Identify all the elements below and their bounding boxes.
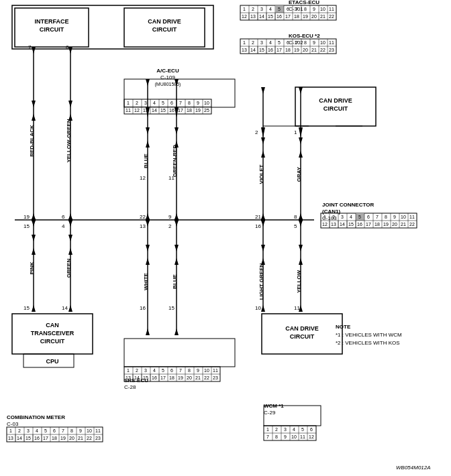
svg-text:8: 8 — [275, 434, 278, 439]
svg-text:CIRCUIT: CIRCUIT — [40, 26, 64, 33]
svg-text:16: 16 — [255, 223, 261, 229]
svg-point-50 — [174, 218, 179, 222]
svg-text:20: 20 — [311, 14, 317, 19]
svg-text:7: 7 — [376, 215, 379, 219]
svg-text:1: 1 — [243, 7, 246, 11]
svg-text:19: 19 — [195, 108, 201, 113]
diagram-svg: 1 2 3 4 5 6 7 8 9 10 11 12 13 14 — [0, 0, 451, 476]
svg-text:2: 2 — [18, 428, 21, 433]
svg-text:9: 9 — [393, 215, 396, 219]
svg-text:4: 4 — [153, 368, 156, 373]
svg-text:18: 18 — [52, 436, 57, 440]
svg-text:1: 1 — [243, 40, 246, 45]
svg-text:CIRCUIT: CIRCUIT — [152, 26, 177, 33]
svg-text:8: 8 — [294, 214, 297, 220]
svg-point-49 — [146, 218, 150, 222]
svg-text:23: 23 — [95, 436, 101, 440]
svg-marker-419 — [261, 258, 265, 265]
svg-text:VIOLET: VIOLET — [258, 164, 264, 184]
svg-text:*2 : VEHICLES WITH KOS: *2 : VEHICLES WITH KOS — [336, 340, 400, 346]
svg-text:2: 2 — [252, 7, 254, 11]
svg-text:1: 1 — [266, 427, 269, 432]
svg-text:WCM *1: WCM *1 — [264, 403, 284, 409]
svg-text:GRAY: GRAY — [296, 166, 302, 182]
svg-text:11: 11 — [294, 305, 300, 311]
svg-text:14: 14 — [17, 436, 22, 440]
svg-text:17: 17 — [43, 436, 48, 440]
svg-text:22: 22 — [320, 48, 325, 52]
svg-marker-418 — [261, 245, 265, 251]
svg-text:3: 3 — [260, 7, 263, 11]
svg-text:7: 7 — [28, 44, 32, 50]
svg-text:5: 5 — [162, 101, 164, 105]
svg-text:6: 6 — [53, 428, 56, 433]
svg-text:16: 16 — [277, 14, 282, 19]
svg-text:21: 21 — [311, 48, 317, 52]
svg-text:18: 18 — [187, 108, 192, 113]
svg-text:1: 1 — [127, 368, 130, 373]
svg-text:20: 20 — [69, 436, 74, 440]
svg-text:10: 10 — [204, 368, 209, 373]
svg-text:6: 6 — [66, 44, 69, 50]
svg-text:8: 8 — [188, 101, 191, 105]
svg-text:4: 4 — [293, 427, 295, 432]
svg-point-52 — [299, 218, 303, 222]
svg-text:9: 9 — [197, 368, 199, 373]
svg-text:GREEN-RED: GREEN-RED — [172, 145, 178, 177]
svg-text:17: 17 — [366, 222, 371, 227]
svg-marker-411 — [32, 248, 36, 255]
svg-text:19: 19 — [303, 14, 308, 19]
svg-marker-399 — [32, 114, 36, 121]
svg-text:9: 9 — [168, 214, 172, 220]
svg-text:14: 14 — [259, 14, 264, 19]
svg-text:13: 13 — [250, 14, 256, 19]
svg-marker-409 — [299, 151, 303, 158]
svg-text:(CAN1): (CAN1) — [322, 209, 340, 215]
svg-text:SRS-ECU: SRS-ECU — [124, 377, 148, 383]
svg-text:8: 8 — [304, 40, 307, 45]
svg-text:CAN DRIVE: CAN DRIVE — [319, 97, 352, 104]
svg-marker-36 — [261, 127, 265, 137]
svg-text:12: 12 — [140, 175, 146, 181]
svg-text:15: 15 — [160, 108, 166, 113]
svg-text:18: 18 — [294, 14, 299, 19]
svg-marker-413 — [68, 248, 72, 255]
svg-text:15: 15 — [259, 48, 264, 52]
svg-text:9: 9 — [197, 101, 199, 105]
svg-text:16: 16 — [34, 436, 40, 440]
svg-text:4: 4 — [153, 101, 156, 105]
svg-text:9: 9 — [284, 434, 287, 439]
svg-marker-406 — [261, 137, 265, 144]
svg-text:16: 16 — [140, 305, 146, 311]
svg-text:*1 : VEHICLES WITH WCM: *1 : VEHICLES WITH WCM — [336, 332, 402, 338]
svg-text:12: 12 — [309, 434, 314, 439]
svg-text:KOS-ECU *2: KOS-ECU *2 — [289, 33, 320, 39]
svg-marker-398 — [32, 101, 36, 107]
svg-marker-420 — [299, 245, 303, 251]
svg-text:14: 14 — [152, 108, 157, 113]
svg-text:6: 6 — [62, 214, 65, 220]
svg-text:15: 15 — [348, 222, 354, 227]
svg-text:13: 13 — [8, 436, 13, 440]
svg-text:18: 18 — [169, 375, 174, 380]
svg-text:2: 2 — [275, 427, 278, 432]
svg-text:YELLOW: YELLOW — [296, 270, 302, 293]
svg-text:9: 9 — [313, 7, 315, 11]
svg-text:17: 17 — [160, 375, 166, 380]
svg-marker-405 — [174, 141, 179, 147]
svg-text:15: 15 — [23, 223, 30, 229]
svg-text:13: 13 — [331, 222, 336, 227]
svg-rect-7 — [124, 339, 235, 367]
svg-text:12: 12 — [322, 222, 328, 227]
svg-text:INTERFACE: INTERFACE — [34, 18, 68, 25]
svg-text:16: 16 — [268, 48, 273, 52]
svg-text:22: 22 — [87, 436, 92, 440]
svg-text:BLUE: BLUE — [143, 153, 149, 168]
svg-text:8: 8 — [304, 7, 307, 11]
svg-text:C-28: C-28 — [124, 384, 136, 390]
svg-text:13: 13 — [242, 48, 247, 52]
svg-text:GREEN: GREEN — [66, 259, 72, 278]
svg-text:YELLOW-GREEN: YELLOW-GREEN — [66, 119, 72, 162]
svg-text:16: 16 — [152, 375, 157, 380]
svg-text:C-301: C-301 — [289, 6, 303, 12]
